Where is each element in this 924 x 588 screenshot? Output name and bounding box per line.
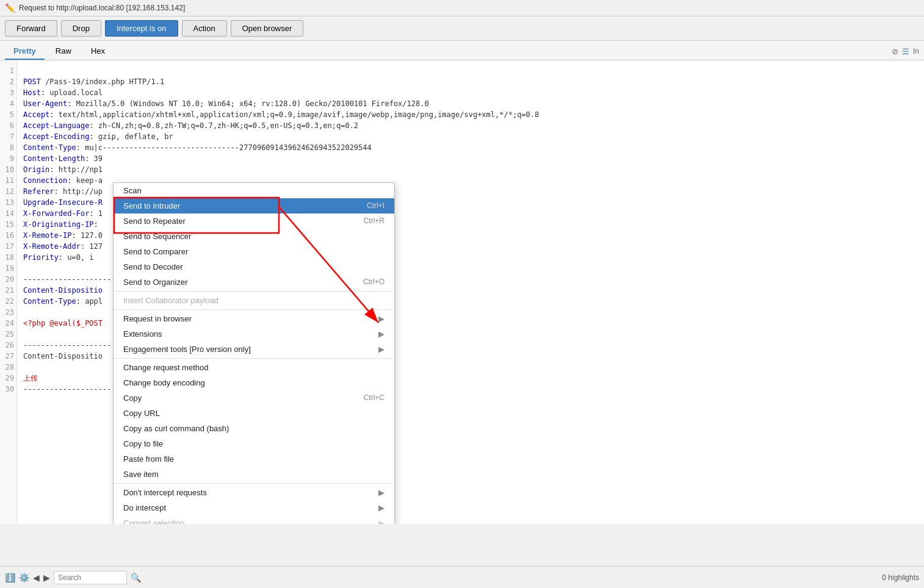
ctx-send-intruder-shortcut: Ctrl+I — [367, 201, 384, 210]
ctx-send-comparer[interactable]: Send to Comparer — [114, 244, 394, 259]
ctx-send-organizer-shortcut: Ctrl+O — [363, 278, 384, 287]
ctx-convert-selection-label: Convert selection — [123, 518, 184, 524]
ctx-request-browser[interactable]: Request in browser ▶ — [114, 311, 394, 326]
ctx-send-decoder-label: Send to Decoder — [123, 262, 183, 271]
ctx-copy-curl[interactable]: Copy as curl command (bash) — [114, 421, 394, 436]
ctx-copy-url[interactable]: Copy URL — [114, 406, 394, 421]
ctx-do-intercept[interactable]: Do intercept ▶ — [114, 500, 394, 515]
toolbar: Forward Drop Intercept is on Action Open… — [0, 16, 924, 41]
search-input[interactable] — [54, 571, 127, 584]
request-title: Request to http://upload.local:80 [192.1… — [19, 4, 185, 12]
ctx-extensions[interactable]: Extensions ▶ — [114, 326, 394, 342]
ctx-send-intruder[interactable]: Send to Intruder Ctrl+I — [114, 198, 394, 213]
ctx-engagement-tools[interactable]: Engagement tools [Pro version only] ▶ — [114, 342, 394, 357]
ctx-change-body-encoding-label: Change body encoding — [123, 378, 205, 387]
settings-icon[interactable]: ⚙️ — [19, 573, 29, 583]
ctx-extensions-label: Extensions — [123, 329, 162, 339]
tab-pretty[interactable]: Pretty — [5, 43, 45, 60]
forward-button[interactable]: Forward — [5, 20, 57, 37]
editor-area: 1234 5678 9101112 13141516 17181920 2122… — [0, 60, 924, 524]
ctx-engagement-tools-arrow: ▶ — [378, 345, 384, 354]
ctx-copy-to-file[interactable]: Copy to file — [114, 436, 394, 451]
ctx-send-organizer-label: Send to Organizer — [123, 278, 188, 287]
ctx-dont-intercept-label: Don't intercept requests — [123, 488, 207, 497]
ctx-convert-selection: Convert selection ▶ — [114, 515, 394, 524]
tab-raw[interactable]: Raw — [47, 43, 80, 60]
ctx-send-repeater-label: Send to Repeater — [123, 217, 186, 226]
ctx-send-comparer-label: Send to Comparer — [123, 247, 188, 256]
ctx-save-item[interactable]: Save item — [114, 467, 394, 482]
ctx-insert-collaborator: Insert Collaborator payload — [114, 293, 394, 308]
ctx-convert-selection-arrow: ▶ — [378, 518, 384, 524]
ctx-insert-collaborator-label: Insert Collaborator payload — [123, 296, 218, 305]
search-icon[interactable]: 🔍 — [131, 573, 141, 583]
context-menu: Scan Send to Intruder Ctrl+I Send to Rep… — [113, 182, 395, 524]
ctx-copy-to-file-label: Copy to file — [123, 439, 163, 448]
no-wrap-icon[interactable]: ⊘ — [892, 47, 898, 56]
ctx-dont-intercept[interactable]: Don't intercept requests ▶ — [114, 485, 394, 500]
ctx-send-intruder-label: Send to Intruder — [123, 201, 180, 210]
intercept-button[interactable]: Intercept is on — [105, 20, 178, 37]
ctx-change-body-encoding[interactable]: Change body encoding — [114, 375, 394, 390]
ctx-copy-label: Copy — [123, 393, 142, 403]
forward-nav-icon[interactable]: ▶ — [43, 573, 50, 583]
ctx-request-browser-label: Request in browser — [123, 314, 192, 323]
back-icon[interactable]: ◀ — [33, 573, 40, 583]
ctx-scan[interactable]: Scan — [114, 183, 394, 198]
ctx-copy-curl-label: Copy as curl command (bash) — [123, 424, 229, 433]
ctx-send-repeater[interactable]: Send to Repeater Ctrl+R — [114, 213, 394, 229]
wrap-icon[interactable]: ☰ — [902, 47, 909, 56]
lock-icon: ✏️ — [5, 3, 15, 13]
action-button[interactable]: Action — [182, 20, 227, 37]
ctx-dont-intercept-arrow: ▶ — [378, 488, 384, 497]
ctx-send-organizer[interactable]: Send to Organizer Ctrl+O — [114, 274, 394, 290]
ctx-change-request-method-label: Change request method — [123, 363, 208, 372]
ctx-do-intercept-arrow: ▶ — [378, 503, 384, 512]
ctx-request-browser-arrow: ▶ — [378, 314, 384, 323]
ctx-engagement-tools-label: Engagement tools [Pro version only] — [123, 345, 251, 354]
ctx-send-sequencer[interactable]: Send to Sequencer — [114, 229, 394, 244]
ln-icon[interactable]: In — [913, 47, 919, 56]
info-icon[interactable]: ℹ️ — [5, 573, 15, 583]
open-browser-button[interactable]: Open browser — [231, 20, 304, 37]
ctx-copy-shortcut: Ctrl+C — [364, 393, 384, 403]
ctx-extensions-arrow: ▶ — [378, 329, 384, 339]
tab-hex[interactable]: Hex — [82, 43, 114, 60]
bottom-bar: ℹ️ ⚙️ ◀ ▶ 🔍 0 highlights — [0, 566, 924, 588]
line-numbers: 1234 5678 9101112 13141516 17181920 2122… — [0, 60, 17, 524]
ctx-copy-url-label: Copy URL — [123, 409, 160, 418]
ctx-scan-label: Scan — [123, 186, 142, 195]
ctx-save-item-label: Save item — [123, 470, 159, 479]
ctx-send-sequencer-label: Send to Sequencer — [123, 232, 191, 241]
drop-button[interactable]: Drop — [61, 20, 101, 37]
highlight-info: 0 highlights — [882, 573, 919, 582]
ctx-do-intercept-label: Do intercept — [123, 503, 166, 512]
ctx-send-repeater-shortcut: Ctrl+R — [364, 217, 384, 226]
ctx-paste-from-file[interactable]: Paste from file — [114, 451, 394, 467]
ctx-paste-from-file-label: Paste from file — [123, 454, 174, 464]
ctx-copy[interactable]: Copy Ctrl+C — [114, 390, 394, 406]
ctx-send-decoder[interactable]: Send to Decoder — [114, 259, 394, 274]
ctx-change-request-method[interactable]: Change request method — [114, 360, 394, 375]
tab-bar: Pretty Raw Hex ⊘ ☰ In — [0, 41, 924, 60]
